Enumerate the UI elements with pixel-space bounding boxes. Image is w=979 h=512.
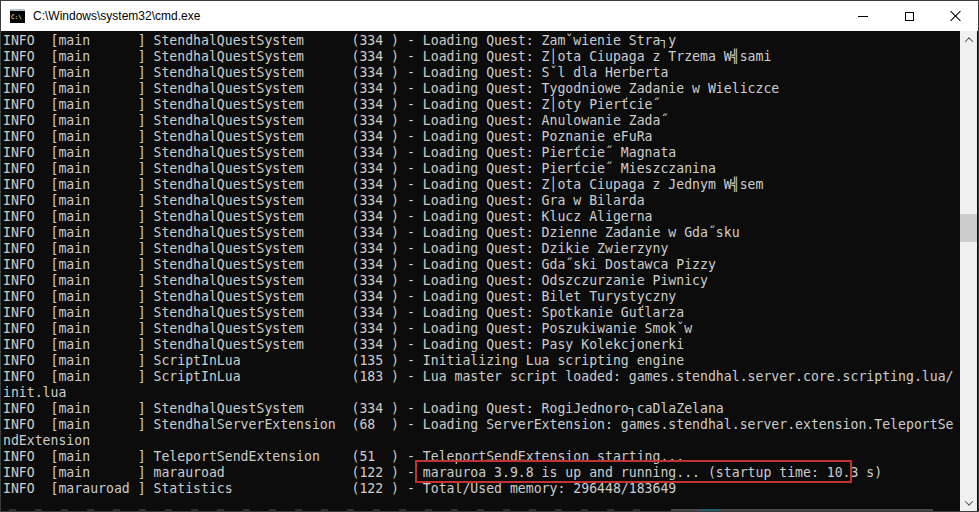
log-line: init.lua (3, 385, 959, 401)
log-line: INFO [marauroad ] Statistics (122 ) - To… (3, 481, 959, 497)
log-line: INFO [main ] StendhalQuestSystem (334 ) … (3, 81, 959, 97)
log-lines: INFO [main ] StendhalQuestSystem (334 ) … (3, 33, 959, 497)
minimize-icon (858, 16, 868, 17)
log-line: INFO [main ] StendhalQuestSystem (334 ) … (3, 113, 959, 129)
maximize-button[interactable] (886, 1, 932, 31)
cmd-icon[interactable]: C:\ (10, 9, 25, 23)
window-controls (840, 1, 978, 31)
log-line: INFO [main ] StendhalQuestSystem (334 ) … (3, 97, 959, 113)
log-line: INFO [main ] StendhalQuestSystem (334 ) … (3, 241, 959, 257)
log-line: INFO [main ] StendhalQuestSystem (334 ) … (3, 273, 959, 289)
console-output[interactable]: INFO [main ] StendhalQuestSystem (334 ) … (1, 31, 978, 511)
close-icon (949, 10, 961, 22)
log-line: INFO [main ] StendhalQuestSystem (334 ) … (3, 209, 959, 225)
cmd-icon-glyph: C:\ (10, 14, 22, 20)
scroll-down-button[interactable] (960, 494, 977, 511)
log-line: INFO [main ] marauroad (122 ) - marauroa… (3, 465, 959, 481)
log-line: INFO [main ] StendhalServerExtension (68… (3, 417, 959, 433)
log-line: INFO [main ] StendhalQuestSystem (334 ) … (3, 177, 959, 193)
log-line: INFO [main ] TeleportSendExtension (51 )… (3, 449, 959, 465)
chevron-up-icon (964, 37, 972, 45)
scroll-up-button[interactable] (960, 31, 977, 48)
log-line: INFO [main ] StendhalQuestSystem (334 ) … (3, 257, 959, 273)
log-line: INFO [main ] StendhalQuestSystem (334 ) … (3, 305, 959, 321)
log-line: ndExtension (3, 433, 959, 449)
log-line: INFO [main ] StendhalQuestSystem (334 ) … (3, 33, 959, 49)
log-line: INFO [main ] StendhalQuestSystem (334 ) … (3, 401, 959, 417)
log-line: INFO [main ] ScriptInLua (183 ) - Lua ma… (3, 369, 959, 385)
title-bar[interactable]: C:\ C:\Windows\system32\cmd.exe (1, 1, 978, 31)
log-line: INFO [main ] StendhalQuestSystem (334 ) … (3, 225, 959, 241)
minimize-button[interactable] (840, 1, 886, 31)
log-line: INFO [main ] StendhalQuestSystem (334 ) … (3, 193, 959, 209)
log-line: INFO [main ] StendhalQuestSystem (334 ) … (3, 289, 959, 305)
close-button[interactable] (932, 1, 978, 31)
log-line: INFO [main ] StendhalQuestSystem (334 ) … (3, 129, 959, 145)
scrollbar-thumb[interactable] (960, 214, 977, 242)
log-line: INFO [main ] StendhalQuestSystem (334 ) … (3, 337, 959, 353)
log-line: INFO [main ] StendhalQuestSystem (334 ) … (3, 321, 959, 337)
maximize-icon (905, 12, 914, 21)
log-line: INFO [main ] StendhalQuestSystem (334 ) … (3, 49, 959, 65)
taskbar-edge-accent (699, 509, 719, 511)
cmd-window: C:\ C:\Windows\system32\cmd.exe INFO [ma… (0, 0, 979, 512)
log-line: INFO [main ] StendhalQuestSystem (334 ) … (3, 65, 959, 81)
taskbar-edge-ticks (9, 509, 659, 511)
chevron-down-icon (964, 497, 972, 505)
window-title: C:\Windows\system32\cmd.exe (33, 9, 200, 23)
log-line: INFO [main ] StendhalQuestSystem (334 ) … (3, 145, 959, 161)
log-line: INFO [main ] ScriptInLua (135 ) - Initia… (3, 353, 959, 369)
vertical-scrollbar[interactable] (960, 31, 977, 511)
log-line: INFO [main ] StendhalQuestSystem (334 ) … (3, 161, 959, 177)
